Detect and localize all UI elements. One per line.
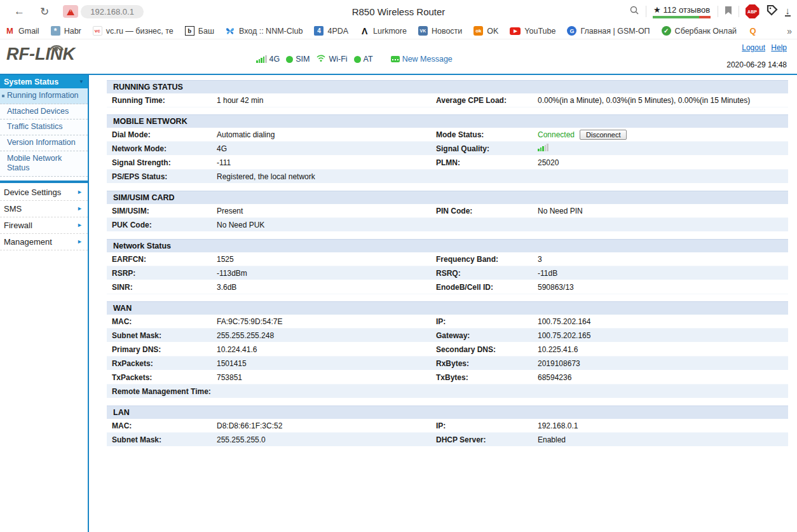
- sidebar-group-management[interactable]: Management►: [0, 234, 88, 250]
- field-label: PIN Code:: [436, 207, 538, 215]
- sidebar-divider: [0, 181, 88, 183]
- ok-icon: ok: [473, 26, 483, 36]
- field-value: 4G: [217, 144, 436, 153]
- field-label: Running Time:: [112, 96, 217, 105]
- sidebar-item-running-information[interactable]: Running Information: [0, 88, 88, 104]
- bookmark-flag-icon[interactable]: [725, 6, 732, 18]
- field-value: 1501415: [217, 359, 436, 368]
- sidebar: System Status ▼ Running InformationAttac…: [0, 75, 89, 532]
- sidebar-group-label: Firewall: [4, 221, 32, 230]
- table-row: Remote Management Time:: [107, 385, 788, 399]
- table-row: Subnet Mask:255.255.255.248Gateway:100.7…: [107, 329, 788, 343]
- sidebar-header-system-status[interactable]: System Status ▼: [0, 75, 88, 88]
- chevron-right-icon: ►: [77, 222, 83, 228]
- adblock-icon[interactable]: ABP: [746, 4, 760, 18]
- field-value: 10.225.41.6: [538, 345, 788, 354]
- sidebar-group-firewall[interactable]: Firewall►: [0, 217, 88, 234]
- bookmark-ok[interactable]: okOK: [473, 26, 498, 36]
- status-wi-fi: Wi-Fi: [316, 54, 347, 64]
- back-icon[interactable]: ←: [14, 5, 25, 18]
- bookmarks-overflow-chevron[interactable]: »: [787, 26, 792, 36]
- bookmark-nnm-club[interactable]: Вход :: NNM-Club: [226, 26, 303, 36]
- signal-quality-icon: [538, 144, 548, 151]
- sidebar-group-device-settings[interactable]: Device Settings►: [0, 184, 88, 201]
- new-message-icon: [391, 56, 400, 62]
- bookmark-vk[interactable]: VKНовости: [418, 26, 462, 36]
- sidebar-item-traffic-statistics[interactable]: Traffic Statistics: [0, 119, 88, 135]
- field-label: PS/EPS Status:: [112, 172, 217, 181]
- table-row: MAC:D8:D8:66:1F:3C:52IP:192.168.0.1: [107, 419, 788, 433]
- sidebar-item-version-information[interactable]: Version Information: [0, 135, 88, 151]
- bookmark-4pda[interactable]: 44PDA: [314, 26, 348, 36]
- sidebar-groups: Device Settings►SMS►Firewall►Management►: [0, 184, 88, 250]
- address-bar[interactable]: 192.168.0.1: [81, 5, 144, 18]
- bookmark-label: Habr: [64, 27, 81, 36]
- reviews-count: 112 отзывов: [664, 5, 710, 15]
- status-label: AT: [364, 55, 373, 64]
- bookmark-item[interactable]: Q: [748, 26, 758, 36]
- bookmark-label: Новости: [432, 27, 462, 36]
- search-icon[interactable]: [629, 5, 639, 18]
- field-value: [538, 144, 788, 153]
- site-warning-icon[interactable]: !: [63, 5, 78, 18]
- field-label: DHCP Server:: [436, 435, 538, 444]
- disconnect-button[interactable]: Disconnect: [580, 130, 627, 140]
- sidebar-item-attached-devices[interactable]: Attached Devices: [0, 104, 88, 120]
- extension-tag-icon[interactable]: [766, 4, 779, 18]
- section-network-status: Network StatusEARFCN:1525Frequency Band:…: [107, 239, 788, 294]
- bookmark-lurkmore[interactable]: ΛLurkmore: [360, 26, 407, 36]
- logout-link[interactable]: Logout: [742, 43, 765, 52]
- main-content: RUNNING STATUSRunning Time:1 hour 42 min…: [89, 75, 797, 532]
- bookmark-sber[interactable]: ✓Сбербанк Онлай: [662, 26, 737, 36]
- table-row: Primary DNS:10.224.41.6Secondary DNS:10.…: [107, 343, 788, 357]
- field-label: MAC:: [112, 317, 217, 326]
- field-label: RSRP:: [112, 269, 217, 278]
- field-value: 68594236: [538, 373, 788, 382]
- table-row: EARFCN:1525Frequency Band:3: [107, 252, 788, 266]
- field-value: 590863/13: [538, 283, 788, 292]
- field-value: 1 hour 42 min: [217, 96, 436, 105]
- bookmark-habr[interactable]: *Habr: [51, 26, 81, 36]
- field-label: Mode Status:: [436, 130, 538, 139]
- field-value: D8:D8:66:1F:3C:52: [217, 421, 436, 430]
- reload-icon[interactable]: ↻: [40, 5, 49, 18]
- field-value: 100.75.202.165: [538, 331, 788, 340]
- field-label: TxPackets:: [112, 373, 217, 382]
- warning-exclamation: !: [70, 8, 71, 12]
- reviews-widget[interactable]: ★ 112 отзывов: [653, 5, 711, 18]
- reviews-rating-bar: [653, 16, 711, 18]
- help-link[interactable]: Help: [771, 43, 787, 52]
- field-label: RxPackets:: [112, 359, 217, 368]
- bookmark-gsm[interactable]: GГлавная | GSM-ОП: [567, 26, 650, 36]
- device-status-bar: 4GSIMWi-FiATNew Message: [256, 54, 453, 64]
- signal-strength-icon: [256, 55, 267, 63]
- field-value: 3.6dB: [217, 283, 436, 292]
- field-value: 100.75.202.164: [538, 317, 788, 326]
- section-wan: WANMAC:FA:9C:75:9D:54:7EIP:100.75.202.16…: [107, 301, 788, 399]
- field-label: RxBytes:: [436, 359, 538, 368]
- sidebar-submenu: Running InformationAttached DevicesTraff…: [0, 88, 88, 177]
- bookmark-gmail[interactable]: MGmail: [5, 26, 39, 36]
- chevron-down-icon: ▼: [79, 79, 84, 85]
- bookmark-label: Вход :: NNM-Club: [239, 27, 303, 36]
- download-icon[interactable]: ↓: [785, 6, 791, 17]
- field-value: 753851: [217, 373, 436, 382]
- 4pda-icon: 4: [314, 26, 324, 36]
- sidebar-group-sms[interactable]: SMS►: [0, 201, 88, 217]
- bookmark-bash[interactable]: bБаш: [185, 26, 214, 36]
- nnm-icon: [226, 26, 235, 36]
- bookmark-youtube[interactable]: ▶YouTube: [510, 27, 555, 36]
- sidebar-item-mobile-network-status[interactable]: Mobile Network Status: [0, 151, 88, 177]
- field-value: 3: [538, 255, 788, 264]
- at-dot-icon: [354, 56, 361, 63]
- field-label: RSRQ:: [436, 269, 538, 278]
- bookmark-vc-ru[interactable]: vcvc.ru — бизнес, те: [93, 26, 174, 36]
- star-icon: ★: [653, 5, 661, 15]
- bookmark-label: Lurkmore: [373, 27, 407, 36]
- sim-dot-icon: [286, 56, 293, 63]
- browser-toolbar: ← ↻ ! 192.168.0.1 R850 Wireless Router ★…: [0, 0, 797, 23]
- toolbar-separator: [646, 6, 646, 17]
- field-label: Secondary DNS:: [436, 345, 538, 354]
- status-label: Wi-Fi: [329, 55, 347, 64]
- vk-icon: VK: [418, 26, 428, 36]
